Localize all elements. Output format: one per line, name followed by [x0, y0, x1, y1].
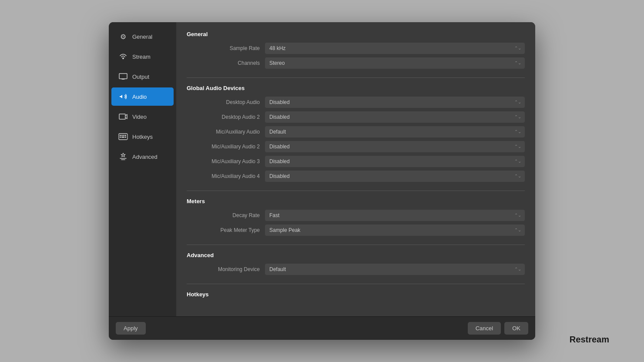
svg-rect-1 [119, 74, 127, 79]
sample-rate-label: Sample Rate [187, 45, 265, 51]
channels-select-wrapper[interactable]: Mono Stereo [265, 57, 525, 69]
channels-row: Channels Mono Stereo [187, 57, 525, 69]
svg-rect-6 [120, 135, 121, 136]
sidebar-label-general: General [132, 34, 152, 40]
decay-rate-select-wrapper[interactable]: Fast Medium Slow [265, 210, 525, 221]
mic-audio2-row: Mic/Auxiliary Audio 2 Disabled Default [187, 141, 525, 152]
sidebar-item-stream[interactable]: Stream [111, 47, 174, 66]
sample-rate-row: Sample Rate 44.1 kHz 48 kHz [187, 43, 525, 54]
svg-rect-9 [125, 135, 126, 136]
advanced-title: Advanced [187, 252, 525, 258]
sample-rate-select-wrapper[interactable]: 44.1 kHz 48 kHz [265, 43, 525, 54]
decay-rate-label: Decay Rate [187, 212, 265, 218]
main-content: General Sample Rate 44.1 kHz 48 kHz Chan… [176, 22, 535, 316]
mic-audio2-select[interactable]: Disabled Default [265, 141, 525, 152]
svg-rect-7 [121, 135, 123, 136]
svg-rect-8 [123, 135, 124, 136]
monitoring-device-label: Monitoring Device [187, 266, 265, 272]
sidebar-item-output[interactable]: Output [111, 67, 174, 86]
peak-meter-select-wrapper[interactable]: Sample Peak True Peak [265, 225, 525, 236]
decay-rate-select[interactable]: Fast Medium Slow [265, 210, 525, 221]
channels-label: Channels [187, 60, 265, 66]
sidebar-label-audio: Audio [132, 94, 147, 100]
sidebar-item-general[interactable]: ⚙ General [111, 27, 174, 46]
hotkeys-icon [118, 132, 128, 141]
app-window: ⚙ General Stream [109, 22, 535, 340]
mic-audio4-select[interactable]: Disabled Default [265, 171, 525, 182]
hotkeys-section: Hotkeys [187, 291, 525, 298]
mic-audio3-select[interactable]: Disabled Default [265, 156, 525, 167]
desktop-audio-select[interactable]: Disabled Default [265, 97, 525, 108]
mic-audio3-label: Mic/Auxiliary Audio 3 [187, 158, 265, 164]
meters-title: Meters [187, 198, 525, 204]
channels-select[interactable]: Mono Stereo [265, 57, 525, 69]
stream-icon [118, 52, 128, 61]
desktop-audio-row: Desktop Audio Disabled Default [187, 97, 525, 108]
peak-meter-label: Peak Meter Type [187, 227, 265, 233]
sidebar: ⚙ General Stream [109, 22, 176, 316]
monitoring-device-select[interactable]: Default [265, 264, 525, 275]
mic-audio2-select-wrapper[interactable]: Disabled Default [265, 141, 525, 152]
ok-cancel-group: Cancel OK [468, 322, 528, 335]
apply-button[interactable]: Apply [116, 322, 146, 335]
advanced-section: Advanced Monitoring Device Default [187, 252, 525, 275]
sidebar-item-hotkeys[interactable]: Hotkeys [111, 127, 174, 146]
mic-audio-select[interactable]: Disabled Default [265, 126, 525, 137]
sidebar-label-stream: Stream [132, 54, 151, 60]
mic-audio4-row: Mic/Auxiliary Audio 4 Disabled Default [187, 171, 525, 182]
desktop-audio2-select-wrapper[interactable]: Disabled Default [265, 111, 525, 123]
output-icon [118, 72, 128, 81]
decay-rate-row: Decay Rate Fast Medium Slow [187, 210, 525, 221]
monitoring-device-row: Monitoring Device Default [187, 264, 525, 275]
mic-audio4-select-wrapper[interactable]: Disabled Default [265, 171, 525, 182]
general-section: General Sample Rate 44.1 kHz 48 kHz Chan… [187, 31, 525, 69]
desktop-audio2-label: Desktop Audio 2 [187, 114, 265, 120]
global-audio-section: Global Audio Devices Desktop Audio Disab… [187, 85, 525, 182]
monitoring-device-select-wrapper[interactable]: Default [265, 264, 525, 275]
svg-rect-11 [121, 137, 124, 138]
mic-audio2-label: Mic/Auxiliary Audio 2 [187, 144, 265, 150]
restream-brand: Restream [570, 335, 609, 345]
advanced-icon [118, 152, 128, 161]
sidebar-label-video: Video [132, 114, 147, 120]
svg-rect-10 [120, 137, 121, 138]
cancel-button[interactable]: Cancel [468, 322, 501, 335]
global-audio-title: Global Audio Devices [187, 85, 525, 91]
sidebar-label-output: Output [132, 74, 149, 80]
svg-point-0 [122, 57, 124, 59]
mic-audio3-row: Mic/Auxiliary Audio 3 Disabled Default [187, 156, 525, 167]
audio-icon [118, 92, 128, 101]
sidebar-item-advanced[interactable]: Advanced [111, 147, 174, 166]
peak-meter-select[interactable]: Sample Peak True Peak [265, 225, 525, 236]
sidebar-label-advanced: Advanced [132, 154, 158, 160]
gear-icon: ⚙ [118, 32, 128, 41]
window-body: ⚙ General Stream [109, 22, 535, 316]
svg-rect-4 [119, 114, 125, 119]
sidebar-item-video[interactable]: Video [111, 107, 174, 126]
mic-audio-label: Mic/Auxiliary Audio [187, 129, 265, 135]
ok-button[interactable]: OK [504, 322, 528, 335]
divider-4 [187, 284, 525, 284]
divider-3 [187, 245, 525, 245]
sidebar-item-audio[interactable]: Audio [111, 87, 174, 106]
mic-audio3-select-wrapper[interactable]: Disabled Default [265, 156, 525, 167]
desktop-audio-label: Desktop Audio [187, 99, 265, 105]
desktop-audio2-row: Desktop Audio 2 Disabled Default [187, 111, 525, 123]
sample-rate-select[interactable]: 44.1 kHz 48 kHz [265, 43, 525, 54]
peak-meter-row: Peak Meter Type Sample Peak True Peak [187, 225, 525, 236]
desktop-audio2-select[interactable]: Disabled Default [265, 111, 525, 123]
svg-rect-12 [125, 137, 126, 138]
mic-audio-select-wrapper[interactable]: Disabled Default [265, 126, 525, 137]
sidebar-label-hotkeys: Hotkeys [132, 134, 153, 140]
hotkeys-title: Hotkeys [187, 291, 525, 298]
bottom-bar: Apply Cancel OK [109, 316, 535, 340]
divider-1 [187, 77, 525, 78]
mic-audio4-label: Mic/Auxiliary Audio 4 [187, 173, 265, 179]
general-section-title: General [187, 31, 525, 37]
divider-2 [187, 191, 525, 191]
video-icon [118, 112, 128, 121]
meters-section: Meters Decay Rate Fast Medium Slow Peak … [187, 198, 525, 236]
mic-audio-row: Mic/Auxiliary Audio Disabled Default [187, 126, 525, 137]
desktop-audio-select-wrapper[interactable]: Disabled Default [265, 97, 525, 108]
